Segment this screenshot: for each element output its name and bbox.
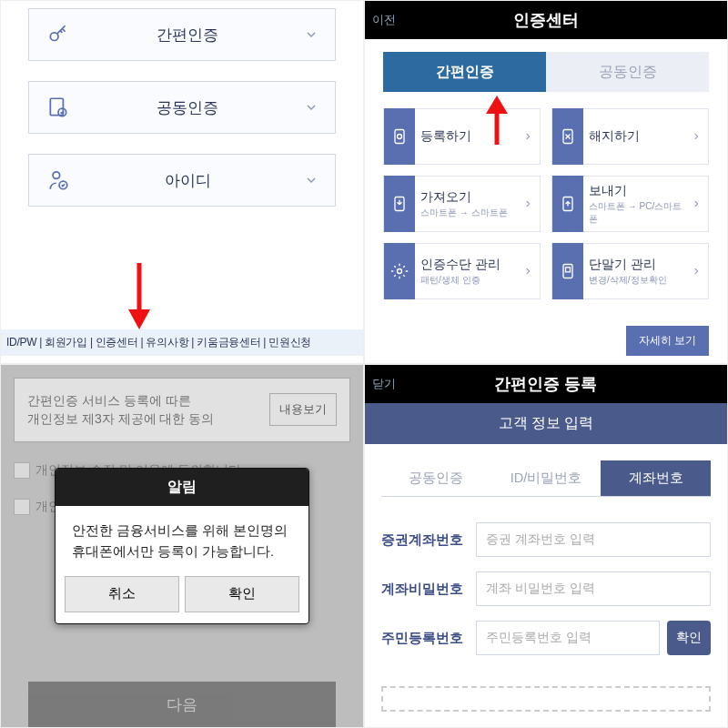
menu-label: 인증수단 관리	[420, 257, 518, 273]
svg-point-3	[53, 172, 60, 179]
person-icon	[46, 167, 71, 193]
chevron-right-icon	[523, 265, 534, 278]
svg-marker-7	[486, 96, 508, 114]
chevron-down-icon	[304, 27, 318, 42]
section-title: 고객 정보 입력	[365, 403, 727, 444]
confirm-button[interactable]: 확인	[185, 576, 299, 612]
header-bar: 닫기 간편인증 등록	[365, 365, 727, 403]
chevron-right-icon	[523, 130, 534, 143]
tab-joint-cert[interactable]: 공동인증	[381, 460, 491, 496]
resident-no-input[interactable]: 주민등록번호 입력	[476, 621, 660, 655]
dashed-box	[381, 686, 711, 712]
page-title: 간편인증 등록	[365, 373, 727, 395]
tab-bar: 공동인증 ID/비밀번호 계좌번호	[381, 460, 711, 497]
option-label: 아이디	[71, 170, 304, 191]
chevron-down-icon	[304, 173, 318, 187]
field-account-pw: 계좌비밀번호 계좌 비밀번호 입력	[381, 571, 711, 606]
field-label: 증권계좌번호	[381, 531, 469, 549]
chevron-right-icon	[692, 130, 703, 143]
close-button[interactable]: 닫기	[372, 376, 396, 392]
account-pw-input[interactable]: 계좌 비밀번호 입력	[476, 571, 711, 606]
arrow-down-icon	[124, 260, 155, 331]
svg-point-0	[50, 33, 58, 41]
segmented-control: 간편인증 공동인증	[365, 39, 727, 103]
register-icon	[384, 108, 415, 165]
upload-icon	[552, 176, 583, 232]
option-label: 간편인증	[71, 25, 304, 46]
seg-joint-cert[interactable]: 공동인증	[546, 52, 709, 92]
account-no-input[interactable]: 증권 계좌번호 입력	[476, 522, 711, 557]
footer-links[interactable]: ID/PW | 회원가입 | 인증센터 | 유의사항 | 키움금융센터 | 민원…	[1, 329, 363, 356]
menu-cancel[interactable]: 해지하기	[551, 108, 709, 165]
detail-button[interactable]: 자세히 보기	[626, 326, 709, 356]
chevron-right-icon	[523, 197, 534, 210]
field-label: 계좌비밀번호	[381, 581, 469, 598]
header-bar: 이전 인증센터	[365, 1, 727, 39]
svg-point-10	[398, 135, 402, 139]
chevron-right-icon	[692, 197, 703, 210]
tab-id-pw[interactable]: ID/비밀번호	[491, 460, 602, 496]
chevron-down-icon	[304, 100, 318, 115]
svg-marker-6	[128, 309, 150, 329]
menu-register[interactable]: 등록하기	[383, 108, 541, 165]
menu-label: 가져오기	[420, 189, 518, 206]
seg-simple-auth[interactable]: 간편인증	[383, 52, 546, 92]
menu-auth-manage[interactable]: 인증수단 관리패턴/생체 인증	[383, 243, 541, 299]
menu-device-manage[interactable]: 단말기 관리변경/삭제/정보확인	[551, 243, 709, 299]
page-title: 인증센터	[365, 9, 727, 31]
menu-export[interactable]: 보내기스마트폰 → PC/스마트폰	[551, 176, 709, 232]
field-label: 주민등록번호	[381, 630, 469, 647]
chevron-right-icon	[692, 265, 703, 278]
arrow-up-icon	[483, 96, 511, 147]
menu-label: 해지하기	[589, 128, 686, 145]
gear-icon	[384, 243, 415, 299]
menu-label: 보내기	[589, 183, 686, 199]
modal-title: 알림	[56, 469, 308, 506]
menu-import[interactable]: 가져오기스마트폰 → 스마트폰	[383, 176, 541, 232]
option-id[interactable]: 아이디	[28, 154, 336, 207]
confirm-button[interactable]: 확인	[667, 621, 711, 655]
doc-check-icon	[46, 95, 71, 120]
device-icon	[552, 243, 583, 299]
field-account-no: 증권계좌번호 증권 계좌번호 입력	[381, 522, 711, 557]
modal-body: 안전한 금융서비스를 위해 본인명의 휴대폰에서만 등록이 가능합니다.	[56, 506, 308, 576]
modal-overlay: 알림 안전한 금융서비스를 위해 본인명의 휴대폰에서만 등록이 가능합니다. …	[1, 365, 363, 727]
menu-sublabel: 변경/삭제/정보확인	[589, 274, 686, 287]
svg-rect-16	[566, 268, 571, 272]
menu-sublabel: 스마트폰 → 스마트폰	[420, 207, 518, 219]
cancel-icon	[552, 108, 583, 165]
alert-modal: 알림 안전한 금융서비스를 위해 본인명의 휴대폰에서만 등록이 가능합니다. …	[55, 468, 309, 624]
download-icon	[384, 176, 415, 232]
option-label: 공동인증	[71, 97, 304, 118]
menu-label: 단말기 관리	[589, 257, 686, 273]
tab-account-no[interactable]: 계좌번호	[601, 460, 711, 496]
menu-sublabel: 스마트폰 → PC/스마트폰	[589, 200, 686, 226]
svg-point-14	[398, 269, 402, 274]
key-icon	[46, 22, 71, 47]
svg-rect-15	[563, 265, 572, 278]
cancel-button[interactable]: 취소	[65, 576, 179, 612]
option-simple-auth[interactable]: 간편인증	[28, 8, 336, 61]
field-resident-no: 주민등록번호 주민등록번호 입력 확인	[381, 621, 711, 655]
back-button[interactable]: 이전	[372, 12, 396, 28]
option-joint-cert[interactable]: 공동인증	[28, 81, 336, 134]
menu-sublabel: 패턴/생체 인증	[420, 274, 518, 287]
svg-rect-9	[395, 130, 404, 144]
